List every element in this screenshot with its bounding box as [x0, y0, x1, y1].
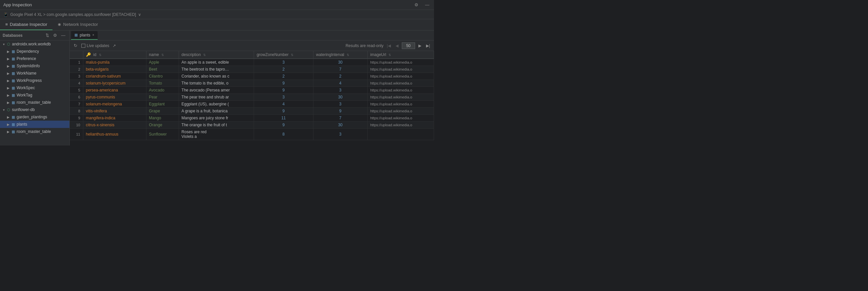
sidebar-collapse-button[interactable]: — — [60, 32, 67, 38]
table-icon-workname: ▦ — [11, 71, 16, 76]
settings-button[interactable]: ⚙ — [413, 2, 420, 8]
sidebar-settings-button[interactable]: ⚙ — [52, 32, 58, 38]
device-chevron[interactable]: ∨ — [138, 12, 141, 17]
db-icon-sunflowerdb: ⬡ — [6, 108, 11, 112]
plants-tab-label: plants — [80, 33, 90, 37]
minimize-button[interactable]: — — [424, 2, 431, 8]
sidebar-item-workname[interactable]: ▶ ▦ WorkName — [0, 70, 69, 77]
sidebar-item-garden[interactable]: ▶ ▦ garden_plantings — [0, 113, 69, 121]
sidebar-item-plants[interactable]: ▶ ▦ plants — [0, 121, 69, 128]
col-description-sort: ⇅ — [203, 53, 206, 57]
table-row[interactable]: 7 solanum-melongena Eggplant Eggplant (U… — [70, 101, 434, 108]
cell-growzone: 9 — [254, 122, 313, 129]
sidebar-item-dependency[interactable]: ▶ ▦ Dependency — [0, 48, 69, 55]
toggle-room-master-sunflower: ▶ — [6, 130, 11, 134]
cell-rownum: 5 — [70, 87, 83, 94]
col-description-label: description — [182, 52, 201, 57]
sidebar-item-sunflowerdb[interactable]: ▾ ⬡ sunflower-db — [0, 106, 69, 113]
cell-description: The beetroot is the tapro… — [179, 66, 254, 73]
cell-watering: 2 — [313, 73, 367, 80]
plants-label: plants — [17, 122, 27, 126]
next-page-button[interactable]: ▶ — [417, 43, 423, 49]
cell-description: Eggplant (US), aubergine ( — [179, 101, 254, 108]
toggle-garden: ▶ — [6, 115, 11, 119]
title-bar: App Inspection ⚙ — — [0, 0, 434, 10]
live-updates-checkbox[interactable] — [81, 44, 85, 48]
device-path: Google Pixel 4 XL > com.google.samples.a… — [10, 12, 136, 17]
col-id[interactable]: 🔑 id ⇅ — [83, 51, 146, 59]
cell-watering: 30 — [313, 59, 367, 66]
sidebar-item-room-master-sunflower[interactable]: ▶ ▦ room_master_table — [0, 128, 69, 135]
cell-name: Orange — [146, 122, 179, 129]
toolbar-right: Results are read-only |◀ ◀ ▶ ▶| — [346, 42, 431, 49]
col-watering-sort: ⇅ — [347, 53, 349, 57]
plants-tab[interactable]: ▦ plants × — [71, 31, 98, 40]
table-row[interactable]: 2 beta-vulgaris Beet The beetroot is the… — [70, 66, 434, 73]
table-icon-workprogress: ▦ — [11, 78, 16, 83]
cell-rownum: 11 — [70, 129, 83, 140]
sidebar-item-room-master-workdb[interactable]: ▶ ▦ room_master_table — [0, 99, 69, 106]
first-page-button[interactable]: |◀ — [385, 43, 392, 49]
sidebar-item-workdb[interactable]: ▾ ⬡ androidx.work.workdb — [0, 40, 69, 48]
table-row[interactable]: 10 citrus-x-sinensis Orange The orange i… — [70, 122, 434, 129]
live-updates-label: Live updates — [87, 43, 109, 48]
cell-rownum: 6 — [70, 94, 83, 101]
tab-network-inspector[interactable]: ◉ Network Inspector — [53, 19, 103, 30]
cell-watering: 3 — [313, 101, 367, 108]
col-description[interactable]: description ⇅ — [179, 51, 254, 59]
sidebar-item-workspec[interactable]: ▶ ▦ WorkSpec — [0, 84, 69, 92]
table-row[interactable]: 4 solanum-lycopersicum Tomato The tomato… — [70, 80, 434, 87]
cell-imageurl: https://upload.wikimedia.o — [367, 101, 434, 108]
cell-growzone: 3 — [254, 59, 313, 66]
sidebar-item-preference[interactable]: ▶ ▦ Preference — [0, 55, 69, 62]
table-row[interactable]: 9 mangifera-indica Mango Mangoes are jui… — [70, 115, 434, 122]
tab-database-inspector[interactable]: ≡ Database Inspector — [0, 19, 53, 30]
col-growzone-label: growZoneNumber — [257, 52, 288, 57]
cell-watering: 3 — [313, 129, 367, 140]
title-bar-left: App Inspection — [3, 2, 32, 7]
table-row[interactable]: 8 vitis-vinifera Grape A grape is a frui… — [70, 108, 434, 115]
col-name[interactable]: name ⇅ — [146, 51, 179, 59]
table-row[interactable]: 6 pyrus-communis Pear The pear tree and … — [70, 94, 434, 101]
cell-description: A grape is a fruit, botanica — [179, 108, 254, 115]
table-row[interactable]: 3 coriandrum-sativum Cilantro Coriander,… — [70, 73, 434, 80]
sidebar-item-systemidinfo[interactable]: ▶ ▦ SystemIdInfo — [0, 62, 69, 70]
refresh-button[interactable]: ↻ — [72, 42, 79, 49]
table-row[interactable]: 11 helianthus-annuus Sunflower Roses are… — [70, 129, 434, 140]
cell-name: Beet — [146, 66, 179, 73]
toggle-workdb: ▾ — [1, 42, 6, 46]
table-icon-dependency: ▦ — [11, 49, 16, 54]
col-watering[interactable]: wateringInterval ⇅ — [313, 51, 367, 59]
col-imageurl-label: imageUrl — [370, 52, 386, 57]
cell-imageurl: https://upload.wikimedia.o — [367, 122, 434, 129]
worktag-label: WorkTag — [17, 93, 32, 98]
table-icon-systemidinfo: ▦ — [11, 64, 16, 68]
workname-label: WorkName — [17, 71, 36, 76]
col-imageurl[interactable]: imageUrl ⇅ — [367, 51, 434, 59]
cell-growzone: 4 — [254, 101, 313, 108]
cell-id: solanum-lycopersicum — [83, 80, 146, 87]
cell-watering: 4 — [313, 80, 367, 87]
table-row[interactable]: 1 malus-pumila Apple An apple is a sweet… — [70, 59, 434, 66]
table-row[interactable]: 5 persea-americana Avocado The avocado (… — [70, 87, 434, 94]
col-growzone[interactable]: growZoneNumber ⇅ — [254, 51, 313, 59]
content-toolbar: ↻ Live updates ↗ Results are read-only |… — [70, 40, 434, 51]
prev-page-button[interactable]: ◀ — [394, 43, 400, 49]
table-body: 1 malus-pumila Apple An apple is a sweet… — [70, 59, 434, 140]
sidebar-item-worktag[interactable]: ▶ ▦ WorkTag — [0, 92, 69, 99]
last-page-button[interactable]: ▶| — [425, 43, 431, 49]
filter-button[interactable]: ⇅ — [44, 32, 51, 38]
preference-label: Preference — [17, 56, 36, 61]
export-button[interactable]: ↗ — [111, 43, 118, 49]
sidebar-item-workprogress[interactable]: ▶ ▦ WorkProgress — [0, 77, 69, 84]
plants-tab-close[interactable]: × — [92, 33, 94, 37]
col-id-label: id — [93, 52, 96, 57]
cell-description: Coriander, also known as c — [179, 73, 254, 80]
toggle-dependency: ▶ — [6, 50, 11, 53]
page-size-input[interactable] — [402, 42, 415, 49]
col-watering-label: wateringInterval — [316, 52, 344, 57]
cell-watering: 7 — [313, 115, 367, 122]
tab-bar: ▦ plants × — [70, 31, 434, 40]
plants-tab-icon: ▦ — [74, 33, 78, 37]
table-icon-worktag: ▦ — [11, 93, 16, 98]
